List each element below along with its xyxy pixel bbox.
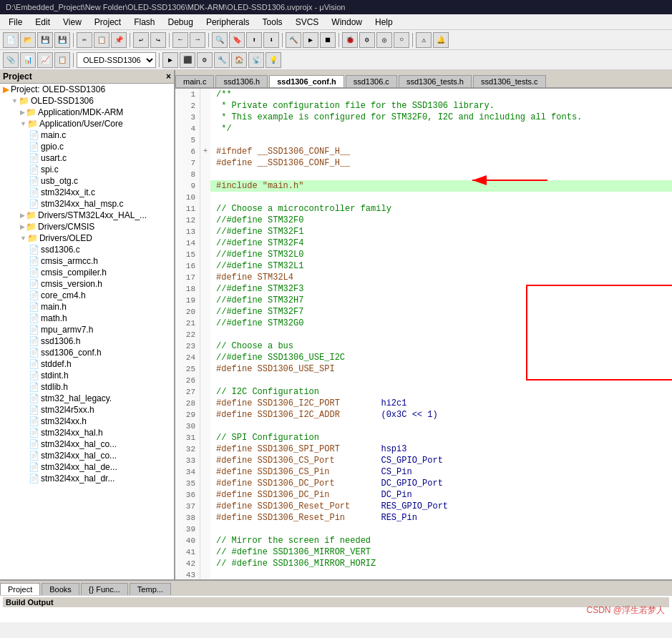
line-content[interactable]: #define SSD1306_CS_Port CS_GPIO_Port (210, 455, 443, 466)
tree-item[interactable]: 📄stm32l4xx_hal_co... (0, 450, 174, 461)
menu-debug[interactable]: Debug (162, 16, 199, 29)
tree-item[interactable]: 📄stm32l4xx.h (0, 416, 174, 427)
line-content[interactable]: //#define SSD1306_USE_I2C (210, 352, 345, 363)
line-content[interactable]: // I2C Configuration (210, 386, 319, 398)
t2-btn10[interactable]: 📡 (248, 52, 264, 68)
tree-item[interactable]: ▼📁Drivers/OLED (0, 232, 174, 244)
tab-ssd1306-c[interactable]: ssd1306.c (346, 75, 397, 87)
line-content[interactable]: //#define STM32F4 (210, 237, 303, 249)
build-btn[interactable]: 🔨 (286, 32, 301, 48)
line-content[interactable]: //#define STM32F1 (210, 226, 303, 237)
menu-help[interactable]: Help (369, 16, 399, 29)
tab-main-c[interactable]: main.c (175, 75, 214, 87)
line-content[interactable]: #define SSD1306_I2C_PORT hi2c1 (210, 398, 406, 409)
run-btn[interactable]: ▶ (303, 32, 318, 48)
menu-window[interactable]: Window (326, 16, 368, 29)
tree-item[interactable]: 📄cmsis_compiler.h (0, 267, 174, 278)
save-btn[interactable]: 💾 (37, 32, 53, 48)
line-content[interactable] (210, 134, 216, 146)
t2-btn6[interactable]: ⬛ (180, 52, 195, 68)
line-content[interactable]: * Private configuration file for the SSD… (210, 100, 495, 112)
save-all-btn[interactable]: 💾 (54, 32, 70, 48)
bottom-tab-func[interactable]: {} Func... (81, 583, 128, 595)
redo-btn[interactable]: ↪ (150, 32, 166, 48)
tree-item[interactable]: ▶📁Drivers/STM32L4xx_HAL_... (0, 210, 174, 221)
t2-btn7[interactable]: ⚙ (197, 52, 213, 68)
misc2-btn[interactable]: 🔔 (433, 32, 449, 48)
t2-btn5[interactable]: ▶ (162, 52, 178, 68)
dbg2-btn[interactable]: ⚙ (359, 32, 375, 48)
tree-item[interactable]: 📄ssd1306.h (0, 335, 174, 347)
menu-flash[interactable]: Flash (128, 16, 160, 29)
target-dropdown[interactable]: OLED-SSD1306 (77, 52, 156, 68)
tree-item[interactable]: 📄cmsis_armcc.h (0, 255, 174, 267)
tree-item[interactable]: 📄usart.c (0, 152, 174, 164)
tree-item[interactable]: 📄ssd1306_conf.h (0, 347, 174, 358)
cut-btn[interactable]: ✂ (77, 32, 92, 48)
find-btn[interactable]: 🔍 (212, 32, 228, 48)
tab-ssd1306-h[interactable]: ssd1306.h (215, 75, 268, 87)
tree-item[interactable]: 📄usb_otg.c (0, 175, 174, 187)
paste-btn[interactable]: 📌 (111, 32, 127, 48)
undo-btn[interactable]: ↩ (133, 32, 149, 48)
tree-item[interactable]: 📄stm32l4xx_it.c (0, 187, 174, 198)
line-content[interactable]: #define SSD1306_I2C_ADDR (0x3C << 1) (210, 409, 438, 421)
tree-item[interactable]: 📄main.h (0, 301, 174, 313)
next-bookmark-btn[interactable]: ⬇ (263, 32, 279, 48)
line-content[interactable]: #define SSD1306_SPI_PORT hspi3 (210, 443, 406, 455)
t2-btn8[interactable]: 🔧 (214, 52, 230, 68)
tab-ssd1306-tests-c[interactable]: ssd1306_tests.c (473, 75, 546, 87)
line-content[interactable] (210, 169, 216, 180)
line-content[interactable]: // #define SSD1306_MIRROR_HORIZ (210, 558, 376, 569)
line-content[interactable]: //#define STM32H7 (210, 295, 303, 306)
line-content[interactable]: #include "main.h" (210, 180, 303, 192)
t2-btn9[interactable]: 🏠 (231, 52, 247, 68)
tree-item[interactable]: 📄gpio.c (0, 141, 174, 152)
tree-item[interactable]: 📄stdlib.h (0, 381, 174, 393)
tree-item[interactable]: 📄stm32l4xx_hal_dr... (0, 473, 174, 484)
menu-edit[interactable]: Edit (29, 16, 56, 29)
line-content[interactable] (210, 524, 216, 535)
project-close-icon[interactable]: × (166, 72, 171, 82)
tree-item[interactable]: 📄stddef.h (0, 358, 174, 370)
line-content[interactable]: //#define STM32G0 (210, 318, 303, 329)
tab-ssd1306-tests-h[interactable]: ssd1306_tests.h (399, 75, 472, 87)
menu-project[interactable]: Project (89, 16, 127, 29)
tree-item[interactable]: ▼📁OLED-SSD1306 (0, 95, 174, 107)
bottom-tab-temp[interactable]: Temp... (130, 583, 171, 595)
dbg3-btn[interactable]: ◎ (376, 32, 392, 48)
tree-item[interactable]: 📄stm32_hal_legacy. (0, 393, 174, 404)
tree-item[interactable]: 📄core_cm4.h (0, 290, 174, 301)
code-area[interactable]: 1/**2 * Private configuration file for t… (175, 89, 672, 579)
tree-item[interactable]: 📄stdint.h (0, 370, 174, 381)
tree-item[interactable]: 📄mpu_armv7.h (0, 324, 174, 335)
line-content[interactable]: // #define SSD1306_MIRROR_VERT (210, 546, 371, 558)
tree-item[interactable]: ▶Project: OLED-SSD1306 (0, 84, 174, 95)
line-content[interactable] (210, 192, 216, 203)
line-content[interactable]: * This example is configured for STM32F0… (210, 112, 582, 123)
line-content[interactable] (210, 375, 216, 386)
line-content[interactable]: //#define STM32L0 (210, 249, 303, 260)
menu-peripherals[interactable]: Peripherals (200, 16, 255, 29)
line-content[interactable]: //#define STM32F3 (210, 283, 303, 295)
line-content[interactable]: //#define STM32F7 (210, 306, 303, 318)
dbg1-btn[interactable]: 🐞 (342, 32, 358, 48)
tree-item[interactable]: ▼📁Application/User/Core (0, 118, 174, 129)
misc1-btn[interactable]: ⚠ (416, 32, 432, 48)
line-content[interactable] (210, 569, 216, 579)
line-content[interactable]: #define SSD1306_DC_Port DC_GPIO_Port (210, 478, 443, 489)
line-content[interactable]: // Choose a bus (210, 340, 293, 352)
line-content[interactable]: // Choose a microcontroller family (210, 203, 391, 215)
line-content[interactable]: #define SSD1306_USE_SPI (210, 363, 335, 375)
tree-item[interactable]: 📄main.c (0, 129, 174, 141)
line-content[interactable] (210, 329, 216, 340)
menu-tools[interactable]: Tools (257, 16, 288, 29)
copy-btn[interactable]: 📋 (94, 32, 109, 48)
tree-item[interactable]: 📄math.h (0, 313, 174, 324)
nav-fwd-btn[interactable]: → (190, 32, 205, 48)
open-btn[interactable]: 📂 (20, 32, 36, 48)
line-content[interactable]: */ (210, 123, 232, 134)
line-content[interactable]: #define SSD1306_Reset_Pin RES_Pin (210, 512, 417, 524)
t2-btn4[interactable]: 📋 (54, 52, 70, 68)
tree-item[interactable]: 📄stm32l4r5xx.h (0, 404, 174, 416)
